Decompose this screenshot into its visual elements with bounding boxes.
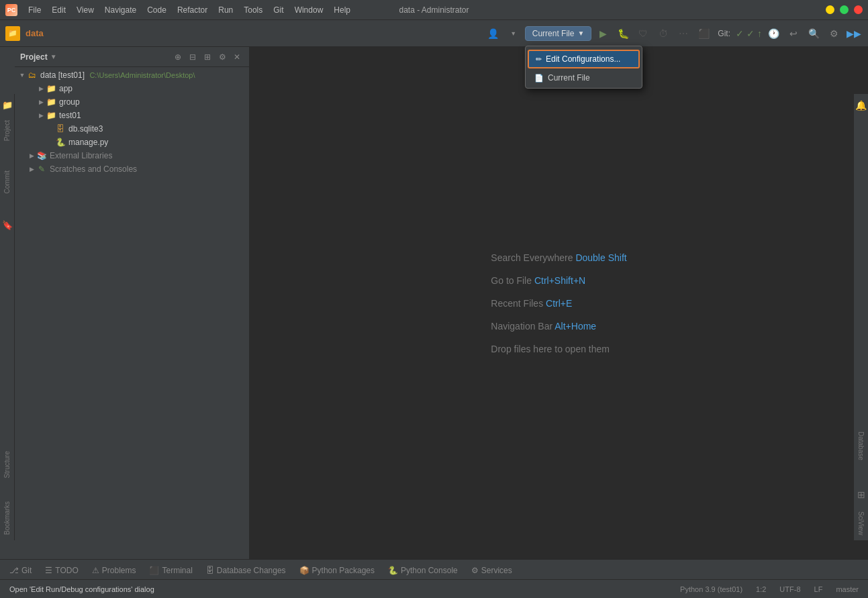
tab-terminal[interactable]: ⬛ Terminal [142, 562, 199, 578]
tab-python-packages[interactable]: 📦 Python Packages [293, 562, 381, 578]
project-tab[interactable]: Project [2, 115, 12, 146]
git-fetch-button[interactable]: ↑ [757, 28, 762, 39]
encoding-status[interactable]: UTF-8 [775, 584, 804, 595]
account-dropdown[interactable]: ▼ [505, 25, 522, 42]
ext-libs-icon: 📚 [36, 150, 47, 161]
line-ending-status[interactable]: LF [810, 584, 827, 595]
hint-drop: Drop files here to open them [491, 344, 610, 354]
hint-navbar-text: Navigation Bar [491, 321, 554, 332]
project-panel: Project ▼ ⊕ ⊟ ⊞ ⚙ ✕ ▼ 🗂 data [test01] C:… [15, 47, 250, 559]
root-arrow: ▼ [17, 70, 27, 80]
structure-tab[interactable]: Structure [2, 446, 12, 484]
test01-arrow: ▶ [36, 111, 46, 120]
menu-help[interactable]: Help [329, 3, 355, 17]
panel-close[interactable]: ✕ [230, 50, 244, 64]
db-file-icon: 🗄 [55, 123, 66, 134]
bookmark-icon[interactable]: 🔖 [0, 218, 15, 232]
bookmarks-tab[interactable]: Bookmarks [2, 496, 12, 540]
menu-code[interactable]: Code [142, 3, 171, 17]
minimize-button[interactable]: — [826, 5, 834, 14]
tree-ext-libs[interactable]: ▶ 📚 External Libraries [15, 149, 249, 162]
hint-search-text: Search Everywhere [491, 252, 575, 263]
dropdown-edit-config[interactable]: ✏ Edit Configurations... [528, 50, 640, 68]
app-folder-icon: 📁 [46, 83, 56, 94]
project-tab-icon[interactable]: 📁 [0, 98, 15, 112]
project-title-label: Project [20, 52, 48, 62]
branch-status[interactable]: master [832, 584, 863, 595]
dropdown-current-file[interactable]: 📄 Current File [528, 70, 640, 86]
menu-file[interactable]: File [23, 3, 46, 17]
scview-tab[interactable]: SciView [856, 506, 866, 540]
tab-services[interactable]: ⚙ Services [465, 562, 519, 578]
run-anything-button[interactable]: ▶▶ [845, 25, 863, 42]
tree-scratches[interactable]: ▶ ✎ Scratches and Consoles [15, 162, 249, 176]
tree-db[interactable]: ▶ 🗄 db.sqlite3 [15, 122, 249, 136]
tree-app[interactable]: ▶ 📁 app [15, 82, 249, 95]
line-col-status[interactable]: 1:2 [752, 584, 770, 595]
manage-file-icon: 🐍 [55, 137, 66, 148]
run-config-button[interactable]: Current File ▼ [525, 26, 592, 41]
left-vertical-tabs: 📁 Project Commit 🔖 Structure Bookmarks [0, 94, 15, 540]
scratches-arrow: ▶ [27, 164, 36, 174]
panel-settings[interactable]: ⚙ [215, 50, 229, 64]
menu-edit[interactable]: Edit [47, 3, 70, 17]
tab-db-changes[interactable]: 🗄 Database Changes [199, 562, 293, 578]
coverage-button[interactable]: 🛡 [634, 25, 652, 42]
commit-tab[interactable]: Commit [2, 165, 12, 199]
menu-refactor[interactable]: Refactor [173, 3, 212, 17]
todo-tab-icon: ☰ [45, 566, 52, 575]
menu-run[interactable]: Run [213, 3, 238, 17]
search-button[interactable]: 🔍 [805, 25, 822, 42]
window-controls: — ▭ ✕ [826, 5, 863, 14]
project-tree: ▼ 🗂 data [test01] C:\Users\Administrator… [15, 67, 249, 559]
run-button[interactable]: ▶ [594, 25, 612, 42]
scratches-label: Scratches and Consoles [50, 164, 137, 174]
settings-button[interactable]: ⚙ [825, 25, 842, 42]
close-button[interactable]: ✕ [854, 5, 863, 14]
panel-scroll-center[interactable]: ⊕ [171, 50, 185, 64]
account-button[interactable]: 👤 [485, 25, 502, 42]
hint-search-shortcut: Double Shift [575, 252, 626, 263]
debug-button[interactable]: 🐛 [614, 25, 632, 42]
menu-tools[interactable]: Tools [239, 3, 267, 17]
menu-window[interactable]: Window [290, 3, 328, 17]
tree-manage[interactable]: ▶ 🐍 manage.py [15, 136, 249, 149]
todo-tab-label: TODO [55, 566, 78, 575]
menu-navigate[interactable]: Navigate [100, 3, 141, 17]
stop-button[interactable]: ⬛ [695, 25, 712, 42]
notifications-icon[interactable]: 🔔 [853, 98, 868, 113]
python-version-status[interactable]: Python 3.9 (test01) [676, 584, 746, 595]
hint-recent: Recent Files Ctrl+E [491, 298, 572, 309]
panel-expand-all[interactable]: ⊞ [201, 50, 214, 64]
hint-recent-text: Recent Files [491, 298, 546, 309]
app-logo: PC [5, 4, 17, 16]
profile-button[interactable]: ⏱ [655, 25, 672, 42]
menu-git[interactable]: Git [269, 3, 288, 17]
database-tab[interactable]: Database [856, 426, 866, 466]
grid-icon[interactable]: ⊞ [855, 487, 867, 502]
hint-goto-text: Go to File [491, 275, 534, 286]
app-label: app [59, 84, 73, 93]
tab-python-console[interactable]: 🐍 Python Console [381, 562, 465, 578]
db-tab-icon: 🗄 [206, 566, 214, 575]
pkg-tab-label: Python Packages [312, 566, 375, 575]
maximize-button[interactable]: ▭ [840, 5, 849, 14]
project-dropdown-arrow[interactable]: ▼ [50, 53, 57, 60]
menu-view[interactable]: View [72, 3, 99, 17]
tree-test01[interactable]: ▶ 📁 test01 [15, 109, 249, 122]
window-title: data - Administrator [399, 5, 469, 15]
git-push-check[interactable]: ✓ [746, 28, 755, 39]
title-bar-left: PC [5, 4, 17, 16]
rollback-button[interactable]: ↩ [785, 25, 802, 42]
tree-root[interactable]: ▼ 🗂 data [test01] C:\Users\Administrator… [15, 68, 249, 82]
tab-git[interactable]: ⎇ Git [3, 562, 38, 578]
more-run-button[interactable]: ⋯ [675, 25, 692, 42]
tree-group[interactable]: ▶ 📁 group [15, 95, 249, 109]
git-tab-icon: ⎇ [9, 566, 19, 575]
hint-navbar-shortcut: Alt+Home [554, 321, 596, 332]
panel-collapse-all[interactable]: ⊟ [186, 50, 199, 64]
tab-todo[interactable]: ☰ TODO [38, 562, 85, 578]
history-button[interactable]: 🕐 [765, 25, 782, 42]
git-commit-check[interactable]: ✓ [736, 28, 744, 39]
tab-problems[interactable]: ⚠ Problems [85, 562, 143, 578]
